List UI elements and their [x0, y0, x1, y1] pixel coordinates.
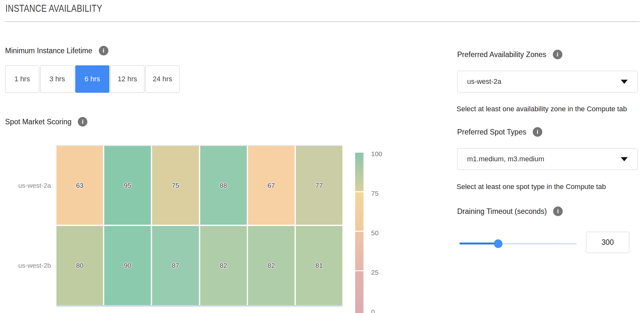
colorbar-tick-label: 75 — [371, 190, 378, 197]
heatmap-row-label: us-west-2a — [3, 146, 51, 225]
lifetime-option-1-hrs[interactable]: 1 hrs — [5, 65, 39, 93]
heatmap-cell: 75 — [152, 146, 199, 225]
heatmap-row-us-west-2a: 639575886777 — [56, 146, 342, 225]
spot-types-info-icon[interactable]: i — [533, 127, 542, 137]
heatmap-cell: 81 — [296, 226, 342, 305]
heatmap-cell: 90 — [104, 226, 151, 305]
spot-types-label: Preferred Spot Types — [457, 128, 526, 136]
chevron-down-icon — [621, 157, 628, 161]
instance-availability-panel: INSTANCE AVAILABILITY Minimum Instance L… — [0, 0, 644, 313]
lifetime-option-24-hrs[interactable]: 24 hrs — [145, 65, 179, 93]
lifetime-button-group: 1 hrs3 hrs6 hrs12 hrs24 hrs — [5, 65, 179, 93]
slider-fill — [459, 243, 498, 244]
heatmap-cell: 82 — [248, 226, 295, 305]
heatmap-cell: 67 — [248, 146, 295, 225]
availability-zones-info-icon[interactable]: i — [553, 50, 562, 59]
colorbar-segment — [355, 153, 363, 191]
colorbar-segment — [355, 271, 363, 313]
draining-timeout-input[interactable] — [586, 232, 629, 253]
spot-market-scoring-heatmap: 639575886777809087828281 — [56, 146, 342, 305]
heatmap-cell: 88 — [200, 146, 247, 225]
lifetime-option-12-hrs[interactable]: 12 hrs — [110, 65, 144, 93]
colorbar-segment — [355, 192, 363, 231]
colorbar-segment — [355, 232, 363, 270]
spot-market-scoring-label-row: Spot Market Scoring i — [5, 117, 87, 127]
heatmap-cell: 80 — [56, 226, 103, 305]
heatmap-cell: 95 — [104, 146, 151, 225]
heatmap-row-label: us-west-2b — [3, 226, 51, 305]
availability-zones-label: Preferred Availability Zones — [457, 50, 546, 59]
spot-types-selected-value: m1.medium, m3.medium — [467, 155, 544, 163]
availability-zones-select[interactable]: us-west-2a — [457, 71, 638, 92]
heatmap-axis-line — [56, 305, 342, 307]
slider-thumb[interactable] — [494, 239, 502, 248]
colorbar-tick-label: 100 — [371, 150, 382, 158]
minimum-instance-lifetime-info-icon[interactable]: i — [99, 46, 108, 55]
colorbar-tick-label: 50 — [371, 229, 378, 237]
heatmap-row-us-west-2b: 809087828281 — [56, 226, 342, 305]
divider — [5, 21, 640, 22]
spot-types-helper-text: Select at least one spot type in the Com… — [457, 183, 606, 191]
spot-market-scoring-info-icon[interactable]: i — [78, 117, 87, 127]
minimum-instance-lifetime-label: Minimum Instance Lifetime — [5, 47, 92, 55]
minimum-instance-lifetime-label-row: Minimum Instance Lifetime i — [5, 46, 108, 55]
colorbar-tick-label: 0 — [371, 308, 375, 313]
heatmap-cell: 77 — [296, 146, 342, 225]
draining-timeout-info-icon[interactable]: i — [553, 207, 563, 216]
chevron-down-icon — [621, 80, 628, 84]
heatmap-colorbar — [355, 153, 363, 313]
spot-market-scoring-label: Spot Market Scoring — [5, 118, 71, 126]
heatmap-cell: 87 — [152, 226, 199, 305]
availability-zones-helper-text: Select at least one availability zone in… — [457, 105, 627, 113]
lifetime-option-3-hrs[interactable]: 3 hrs — [40, 65, 74, 93]
spot-types-select[interactable]: m1.medium, m3.medium — [457, 148, 638, 170]
heatmap-cell: 63 — [56, 146, 103, 225]
colorbar-tick-label: 25 — [371, 269, 378, 276]
heatmap-cell: 82 — [200, 226, 247, 305]
draining-timeout-label-row: Draining Timeout (seconds) i — [457, 207, 563, 216]
availability-zones-label-row: Preferred Availability Zones i — [457, 50, 562, 59]
lifetime-option-6-hrs[interactable]: 6 hrs — [75, 65, 109, 93]
draining-timeout-slider[interactable] — [459, 239, 577, 248]
page-title: INSTANCE AVAILABILITY — [5, 3, 102, 14]
availability-zones-selected-value: us-west-2a — [467, 77, 501, 86]
draining-timeout-label: Draining Timeout (seconds) — [457, 207, 547, 216]
spot-types-label-row: Preferred Spot Types i — [457, 127, 542, 137]
